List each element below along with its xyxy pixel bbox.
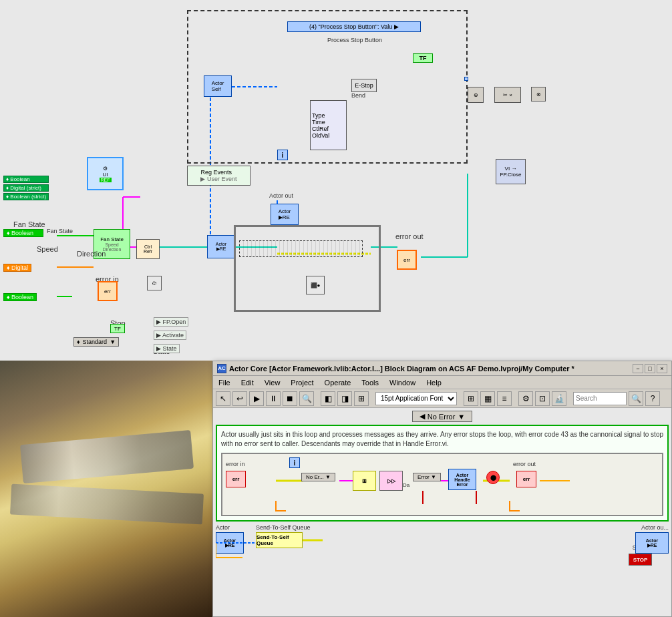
- send-queue-node: Send-To-Self Queue: [256, 532, 303, 548]
- menu-edit[interactable]: Edit: [238, 379, 257, 387]
- toolbar-layout-2[interactable]: ▦: [480, 391, 495, 406]
- node-scissors: ✂ ×: [494, 87, 521, 103]
- fan-state-node-label: Fan State: [47, 228, 73, 234]
- cluster-group: ♦ Boolean ♦ Digital (strict) ♦ Boolean (…: [3, 176, 49, 200]
- sub-loop-wires: [222, 454, 662, 515]
- error-out-cluster: err: [397, 250, 417, 270]
- error-out-sub-label: error out: [513, 461, 536, 467]
- node-dot-1: [464, 77, 468, 81]
- menu-operate[interactable]: Operate: [322, 379, 354, 387]
- estop-node: E-Stop: [351, 79, 377, 92]
- sub-no-error-dropdown[interactable]: No Er... ▼: [301, 473, 335, 481]
- speed-terminal: ♦ Digital: [3, 263, 31, 271]
- help-button[interactable]: ?: [645, 391, 660, 406]
- reg-events-node: Reg Events ▶ User Event: [187, 166, 250, 186]
- no-error-bar: ◀ No Error ▼: [216, 411, 669, 422]
- decode-node: ▷▷: [379, 471, 403, 491]
- toolbar-btn-6[interactable]: ◧: [321, 391, 335, 406]
- error-out-label: error out: [395, 232, 424, 240]
- sub-loop-counter: i: [289, 457, 300, 468]
- toolbar-snap[interactable]: ⚙: [518, 391, 533, 406]
- error-in-cluster: err: [98, 281, 118, 301]
- activate-node: ▶ Activate: [154, 331, 186, 340]
- message-node: ⊞: [353, 471, 376, 491]
- menu-project[interactable]: Project: [288, 379, 316, 387]
- toolbar-layout-1[interactable]: ⊞: [464, 391, 478, 406]
- toolbar-align[interactable]: ≡: [497, 391, 512, 406]
- node-circle-x: ⊗: [531, 87, 546, 101]
- direction-label: Direction: [77, 250, 106, 258]
- bottom-nodes-row: Send-To-Self Queue Send-To-Self Queue Ac…: [216, 524, 669, 564]
- block-diagram-area: (4) "Process Stop Button": Valu ▶ Proces…: [0, 0, 672, 361]
- actor-core-window: AC Actor Core [Actor Framework.lvlib:Act…: [212, 361, 672, 617]
- toolbar-undo[interactable]: ↩: [232, 391, 247, 406]
- actor-out-right-node: Actor▶RE: [635, 532, 669, 554]
- stop-bottom-node: STOP: [629, 554, 652, 566]
- close-button[interactable]: ×: [657, 364, 667, 373]
- actor-out-right-label: Actor ou...: [641, 524, 669, 531]
- actor-content-area: ◀ No Error ▼ Actor usually just sits in …: [213, 408, 671, 616]
- search-button[interactable]: 🔍: [629, 391, 643, 406]
- actor-out-label: Actor out: [269, 192, 293, 199]
- toolbar-btn-7[interactable]: ◨: [337, 391, 352, 406]
- stop-node-inner: ⬛●: [306, 276, 325, 294]
- error-dropdown-right[interactable]: Error ▼: [413, 473, 441, 481]
- toolbar-run[interactable]: ▶: [249, 391, 264, 406]
- toolbar-stop[interactable]: ⏹: [283, 391, 297, 406]
- actor-bottom-node: Actor▶RE: [216, 532, 244, 554]
- photo-area: Fan State TF Numeric Indicator DBL AF De…: [0, 361, 214, 617]
- toolbar-search[interactable]: 🔍: [299, 391, 314, 406]
- menu-file[interactable]: File: [216, 379, 233, 387]
- speed-label: Speed: [37, 245, 58, 253]
- process-stop-header: (4) "Process Stop Button": Valu ▶: [287, 21, 421, 32]
- toolbar-probe[interactable]: 🔬: [552, 391, 566, 406]
- toolbar-clean[interactable]: ⊡: [535, 391, 550, 406]
- toolbar-pause[interactable]: ⏸: [266, 391, 281, 406]
- error-out-sub-cluster: err: [516, 471, 536, 487]
- font-selector[interactable]: 15pt Application Font: [375, 392, 457, 405]
- search-input[interactable]: [573, 392, 627, 405]
- no-error-dropdown[interactable]: ◀ No Error ▼: [412, 411, 472, 422]
- actor-out-node: Actor▶RE: [271, 204, 299, 225]
- toolbar-arrow[interactable]: ↖: [216, 391, 230, 406]
- state-node-item: ▶ State: [154, 344, 180, 353]
- actor-bottom-label: Actor: [216, 524, 230, 531]
- window-titlebar: AC Actor Core [Actor Framework.lvlib:Act…: [213, 361, 671, 376]
- top-block-diagram: (4) "Process Stop Button": Valu ▶ Proces…: [0, 0, 672, 361]
- standard-dropdown[interactable]: ♦ Standard ▼: [73, 337, 119, 347]
- error-in-sub-cluster: err: [226, 471, 246, 487]
- window-controls[interactable]: − □ ×: [633, 364, 667, 373]
- stop-bool: TF: [110, 324, 125, 333]
- fan-state-label: Fan State: [13, 220, 45, 228]
- actor-main-node: Actor▶RE: [207, 235, 235, 258]
- handle-error-node: Actor Handle Error: [448, 469, 476, 490]
- menubar: File Edit View Project Operate Tools Win…: [213, 376, 671, 389]
- actor-main-loop: Actor usually just sits in this loop and…: [216, 425, 669, 522]
- tf-indicator-top: TF: [413, 53, 433, 63]
- toolbar: ↖ ↩ ▶ ⏸ ⏹ 🔍 ◧ ◨ ⊞ 15pt Application Font …: [213, 389, 671, 408]
- event-data-node: Type Time CtlRef OldVal: [310, 100, 347, 150]
- loop-counter: i: [277, 150, 288, 160]
- actor-self-node: ActorSelf: [204, 75, 232, 97]
- actor-sub-loop: error in err i No Er... ▼ ⊞ ▷▷ Error ▼: [221, 453, 663, 516]
- fan-with-ui-block: ⚙UIREF: [87, 157, 124, 190]
- fan-state-terminals: ♦ Boolean: [3, 229, 43, 238]
- stop-circle: ⬤: [486, 471, 500, 484]
- process-stop-title: Process Stop Button: [327, 37, 382, 43]
- minimize-button[interactable]: −: [633, 364, 643, 373]
- maximize-button[interactable]: □: [645, 364, 655, 373]
- menu-window[interactable]: Window: [387, 379, 418, 387]
- send-queue-label: Send-To-Self Queue: [256, 524, 311, 531]
- fp-close-vi: VI → FP.Close: [496, 159, 526, 184]
- toolbar-btn-8[interactable]: ⊞: [354, 391, 369, 406]
- menu-help[interactable]: Help: [424, 379, 444, 387]
- node-right-1: ⊕: [468, 87, 484, 103]
- wait-node: ⏱: [147, 276, 162, 290]
- fp-open-node: ▶ FP.Open: [154, 317, 188, 327]
- ctrl-refr-node: CtrlRefr: [136, 239, 160, 259]
- menu-view[interactable]: View: [262, 379, 283, 387]
- menu-tools[interactable]: Tools: [359, 379, 381, 387]
- error-in-sub-label: error in: [226, 461, 245, 467]
- actor-loop-description: Actor usually just sits in this loop and…: [221, 430, 663, 449]
- bend-label: Bend: [351, 92, 365, 99]
